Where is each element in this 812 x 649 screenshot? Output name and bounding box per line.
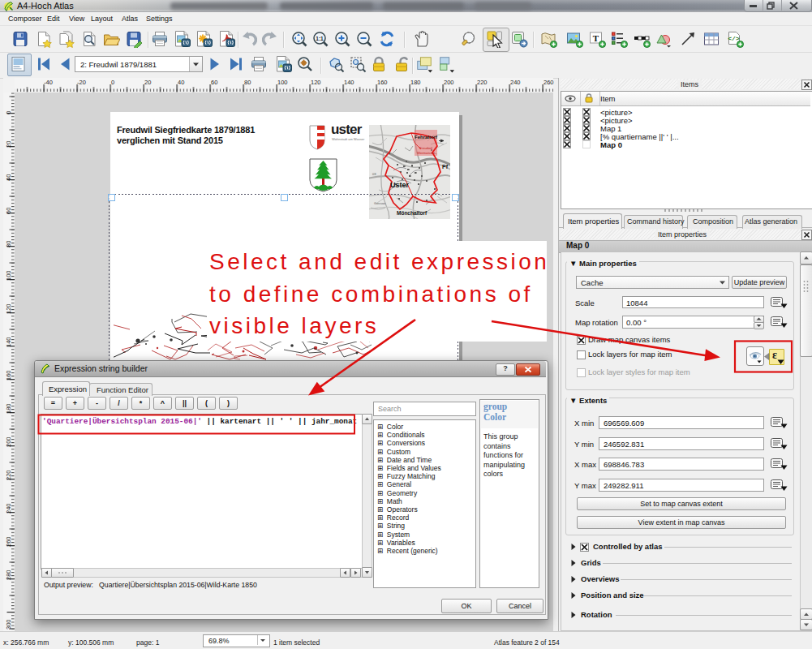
svg-text:1:1: 1:1 [316,36,324,41]
svg-text:</>: </> [728,35,740,42]
svg-text:03: 03 [372,172,376,176]
svg-text:Mönchaltorf: Mönchaltorf [397,210,427,216]
svg-text:T: T [593,33,599,43]
svg-text:Wermatswil: Wermatswil [417,151,435,155]
svg-text:Pf: Pf [442,164,449,170]
svg-text:Uster: Uster [390,181,410,189]
svg-text:Freudwil: Freudwil [419,146,432,150]
svg-text:Fehraltorf: Fehraltorf [415,135,438,140]
svg-text:Gossau: Gossau [374,201,386,205]
